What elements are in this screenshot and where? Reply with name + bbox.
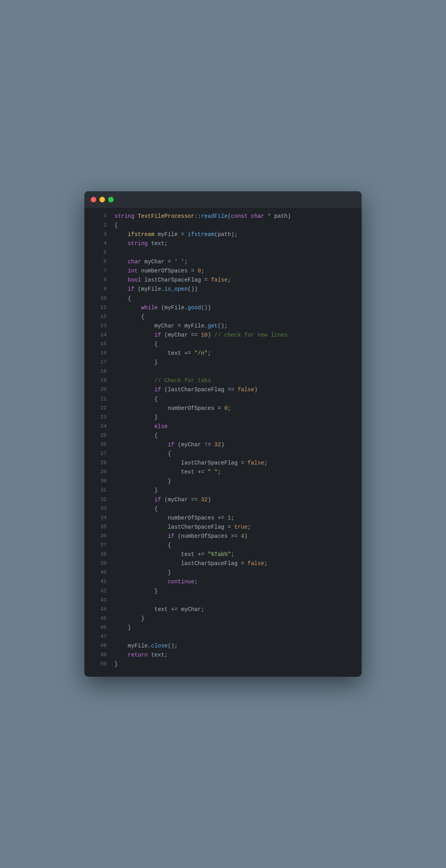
token-plain	[114, 442, 168, 448]
line-number: 7	[92, 266, 107, 276]
code-line: 6 char myChar = ' ';	[84, 257, 362, 266]
code-content: lastCharSpaceFlag = true;	[114, 523, 251, 532]
line-number: 3	[92, 230, 107, 239]
code-line: 9 if (myFile.is_open())	[84, 285, 362, 294]
token-plain: numberOfSpaces =	[138, 268, 198, 274]
code-content: lastCharSpaceFlag = false;	[114, 459, 267, 468]
line-number: 26	[92, 440, 107, 449]
code-content: string TextFileProcessor::readFile(const…	[114, 212, 291, 221]
token-plain: }	[114, 569, 171, 576]
code-line: 10 {	[84, 294, 362, 303]
token-fn: close	[151, 643, 168, 649]
token-cmt: // check for new lines	[211, 332, 288, 338]
code-line: 19 // Check for tabs	[84, 376, 362, 385]
line-number: 27	[92, 449, 107, 459]
code-content: {	[114, 431, 158, 440]
code-line: 7 int numberOfSpaces = 0;	[84, 266, 362, 276]
token-plain: ;	[228, 405, 231, 411]
line-number: 21	[92, 395, 107, 404]
token-plain	[114, 332, 154, 338]
code-content: {	[114, 312, 145, 322]
token-bool-val: true	[234, 524, 248, 530]
token-plain: )	[208, 332, 211, 338]
token-plain: lastCharSpaceFlag =	[114, 560, 248, 567]
token-fn: good	[188, 305, 201, 311]
token-plain: {	[114, 432, 158, 439]
token-plain: {	[114, 314, 145, 320]
token-plain: (	[228, 213, 231, 219]
code-line: 27 {	[84, 449, 362, 459]
line-number: 48	[92, 641, 107, 651]
token-kw: char	[128, 259, 141, 265]
line-number: 33	[92, 504, 107, 514]
code-line: 47	[84, 632, 362, 641]
code-line: 2{	[84, 221, 362, 230]
token-plain: ;	[217, 469, 221, 475]
code-line: 42 }	[84, 587, 362, 596]
code-content: // Check for tabs	[114, 376, 211, 385]
token-plain: {	[114, 542, 171, 548]
code-line: 23 }	[84, 413, 362, 422]
token-kw: continue	[168, 579, 194, 585]
token-str: ' '	[174, 259, 184, 265]
line-number: 41	[92, 577, 107, 586]
code-content: if (myChar == 10) // check for new lines	[114, 331, 288, 340]
line-number: 35	[92, 523, 107, 532]
code-content: }	[114, 477, 171, 486]
code-content: {	[114, 340, 158, 349]
token-num: 1	[228, 515, 231, 521]
code-line: 38 text += "%Tab%";	[84, 550, 362, 559]
token-plain	[248, 213, 251, 219]
line-number: 49	[92, 651, 107, 660]
line-number: 2	[92, 221, 107, 230]
code-line: 37 {	[84, 541, 362, 550]
line-number: 28	[92, 459, 107, 468]
token-plain: lastCharSpaceFlag =	[141, 277, 211, 283]
token-plain	[114, 652, 128, 658]
token-plain: {	[114, 222, 118, 228]
token-plain: ;	[201, 268, 204, 274]
maximize-button[interactable]	[108, 197, 114, 202]
close-button[interactable]	[91, 197, 96, 202]
code-content: if (myChar == 32)	[114, 495, 211, 504]
code-content: else	[114, 422, 168, 431]
code-line: 20 if (lastCharSpaceFlag == false)	[84, 385, 362, 394]
minimize-button[interactable]	[99, 197, 105, 202]
code-line: 36 if (numberOfSpaces >= 4)	[84, 532, 362, 541]
token-bool-val: false	[238, 386, 254, 393]
code-area: 1string TextFileProcessor::readFile(cons…	[84, 208, 362, 677]
code-content: text += "/n";	[114, 349, 211, 358]
token-kw: if	[168, 442, 174, 448]
code-line: 14 if (myChar == 10) // check for new li…	[84, 331, 362, 340]
code-line: 29 text += " ";	[84, 468, 362, 477]
code-content	[114, 632, 118, 641]
code-content	[114, 248, 118, 257]
code-content: }	[114, 568, 171, 577]
code-content: if (myChar != 32)	[114, 440, 224, 449]
line-number: 19	[92, 376, 107, 385]
code-line: 25 {	[84, 431, 362, 440]
token-plain: }	[114, 414, 158, 421]
code-content: string text;	[114, 239, 168, 248]
line-number: 9	[92, 285, 107, 294]
token-plain	[114, 377, 154, 384]
token-plain: )	[244, 533, 248, 539]
token-cls: ifstream	[128, 231, 154, 238]
code-line: 16 text += "/n";	[84, 349, 362, 358]
code-line: 3 ifstream myFile = ifstream(path);	[84, 230, 362, 239]
code-line: 5	[84, 248, 362, 257]
token-kw: const	[231, 213, 248, 219]
token-plain: lastCharSpaceFlag =	[114, 524, 234, 530]
token-bool-val: false	[248, 560, 264, 567]
code-line: 12 {	[84, 312, 362, 322]
line-number: 13	[92, 322, 107, 331]
line-number: 12	[92, 312, 107, 322]
code-content: }	[114, 614, 145, 623]
token-plain: }	[114, 661, 118, 667]
titlebar	[84, 191, 362, 208]
code-line: 28 lastCharSpaceFlag = false;	[84, 459, 362, 468]
line-number: 37	[92, 541, 107, 550]
token-plain: )	[208, 497, 211, 503]
code-editor-window: 1string TextFileProcessor::readFile(cons…	[84, 191, 362, 677]
token-num: 0	[224, 405, 227, 411]
